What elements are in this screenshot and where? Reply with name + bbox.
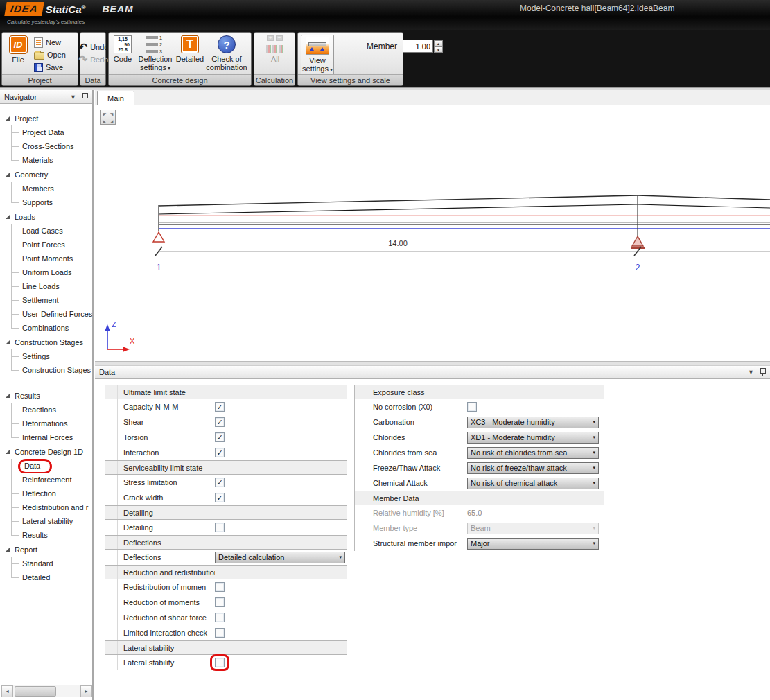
fit-arrow-icon: ◤ bbox=[103, 112, 107, 116]
pin-icon[interactable] bbox=[82, 93, 88, 101]
nav-item-project[interactable]: Project bbox=[4, 112, 92, 125]
nav-item-geometry[interactable]: Geometry bbox=[4, 168, 92, 182]
pin-icon[interactable] bbox=[760, 368, 766, 376]
row-label: Structural member impor bbox=[367, 539, 466, 548]
new-button[interactable]: New bbox=[34, 36, 66, 49]
deflection-settings-button[interactable]: 123 Deflection settings▾ bbox=[135, 35, 175, 73]
save-button[interactable]: Save bbox=[34, 61, 66, 73]
freeze-thaw-attack-dropdown[interactable]: No risk of freeze/thaw attack▾ bbox=[467, 462, 599, 474]
nav-item-concrete-design-1d-redistribution-and-r[interactable]: Redistribution and r bbox=[11, 500, 92, 514]
zoom-to-fit-button[interactable]: ◤◥◣◢ bbox=[100, 110, 116, 125]
member-scale-label: Member bbox=[367, 42, 397, 51]
nav-item-label: Members bbox=[22, 184, 54, 193]
calculate-all-button[interactable]: +− All bbox=[263, 35, 287, 63]
nav-item-project-materials[interactable]: Materials bbox=[11, 153, 92, 167]
nav-item-loads-uniform-loads[interactable]: Uniform Loads bbox=[11, 265, 92, 279]
nav-item-report-standard[interactable]: Standard bbox=[11, 557, 92, 570]
dimension-label: 14.00 bbox=[388, 239, 408, 247]
nav-item-construction-stages[interactable]: Construction Stages bbox=[4, 335, 92, 349]
new-document-icon bbox=[34, 37, 43, 48]
detailed-button[interactable]: T Detailed bbox=[175, 35, 204, 63]
scrollbar-thumb[interactable] bbox=[15, 686, 56, 697]
nav-item-project-cross-sections[interactable]: Cross-Sections bbox=[11, 139, 92, 153]
redistribution-of-momen-checkbox[interactable] bbox=[215, 582, 225, 592]
nav-item-loads-line-loads[interactable]: Line Loads bbox=[11, 279, 92, 293]
nav-item-construction-stages-settings[interactable]: Settings bbox=[11, 349, 92, 363]
torsion-checkbox[interactable]: ✓ bbox=[215, 432, 225, 442]
nav-item-results-reactions[interactable]: Reactions bbox=[11, 403, 92, 417]
support-2-icon bbox=[632, 236, 643, 246]
detailing-checkbox[interactable] bbox=[215, 523, 225, 532]
shear-checkbox[interactable]: ✓ bbox=[215, 417, 225, 427]
nav-item-concrete-design-1d-deflection[interactable]: Deflection bbox=[11, 487, 92, 500]
file-button[interactable]: ID File bbox=[6, 35, 30, 64]
nav-item-loads-settlement[interactable]: Settlement bbox=[11, 293, 92, 307]
chemical-attack-dropdown[interactable]: No risk of chemical attack▾ bbox=[467, 478, 599, 489]
beam-canvas[interactable]: 14.00 1 2 Z X ◤◥◣◢ bbox=[95, 105, 770, 361]
tree-expander-icon[interactable] bbox=[6, 547, 10, 552]
crack-width-checkbox[interactable]: ✓ bbox=[215, 493, 225, 502]
tree-expander-icon[interactable] bbox=[6, 393, 10, 398]
group-label-data: Data bbox=[80, 74, 105, 85]
nav-item-report-detailed[interactable]: Detailed bbox=[11, 570, 92, 584]
limited-interaction-check-checkbox[interactable] bbox=[215, 628, 225, 638]
tree-expander-icon[interactable] bbox=[6, 214, 10, 219]
navigator-horizontal-scrollbar[interactable]: ◄ ► bbox=[1, 685, 92, 697]
nav-item-loads-user-defined-forces[interactable]: User-Defined Forces bbox=[11, 307, 92, 321]
scroll-left-icon[interactable]: ◄ bbox=[1, 685, 13, 697]
no-corrosion-x0-checkbox[interactable] bbox=[467, 402, 477, 412]
nav-item-construction-stages-construction-stages[interactable]: Construction Stages bbox=[11, 363, 92, 377]
nav-item-geometry-members[interactable]: Members bbox=[11, 182, 92, 195]
nav-item-project-project-data[interactable]: Project Data bbox=[11, 125, 92, 139]
tree-expander-icon[interactable] bbox=[6, 116, 10, 121]
reduction-of-moments-checkbox[interactable] bbox=[215, 597, 225, 607]
row-label: Lateral stability bbox=[118, 658, 215, 667]
nav-item-concrete-design-1d[interactable]: Concrete Design 1D bbox=[4, 445, 92, 459]
tree-expander-icon[interactable] bbox=[6, 449, 10, 454]
spinner-down-icon[interactable]: ▼ bbox=[434, 46, 443, 53]
chevron-down-icon[interactable]: ▼ bbox=[748, 369, 754, 376]
lateral-stability-checkbox[interactable] bbox=[215, 658, 225, 667]
member-scale-input[interactable] bbox=[403, 40, 433, 53]
chlorides-from-sea-dropdown[interactable]: No risk of chlorides from sea▾ bbox=[467, 447, 599, 459]
nav-item-concrete-design-1d-results[interactable]: Results bbox=[11, 528, 92, 542]
nav-item-results-internal-forces[interactable]: Internal Forces bbox=[11, 430, 92, 444]
nav-item-label: Project bbox=[15, 114, 38, 123]
row-label: Deflections bbox=[118, 553, 215, 561]
nav-item-loads-combinations[interactable]: Combinations bbox=[11, 321, 92, 335]
nav-item-report[interactable]: Report bbox=[4, 543, 92, 557]
nav-item-loads-point-moments[interactable]: Point Moments bbox=[11, 252, 92, 265]
tree-expander-icon[interactable] bbox=[6, 340, 10, 344]
chlorides-dropdown[interactable]: XD1 - Moderate humidity▾ bbox=[467, 432, 599, 444]
table-row-redistribution-of-momen: Redistribution of momen bbox=[105, 579, 347, 595]
tree-expander-icon[interactable] bbox=[6, 172, 10, 177]
nav-item-concrete-design-1d-reinforcement[interactable]: Reinforcement bbox=[11, 473, 92, 487]
structural-member-impor-dropdown[interactable]: Major▾ bbox=[467, 538, 599, 550]
nav-item-loads-load-cases[interactable]: Load Cases bbox=[11, 224, 92, 238]
stress-limitation-checkbox[interactable]: ✓ bbox=[215, 478, 225, 487]
scroll-right-icon[interactable]: ► bbox=[80, 685, 92, 697]
section-header-deflections: Deflections bbox=[105, 535, 347, 550]
spinner-up-icon[interactable]: ▲ bbox=[434, 40, 443, 46]
nav-item-loads-point-forces[interactable]: Point Forces bbox=[11, 238, 92, 252]
code-button[interactable]: 1,159025.8 Code bbox=[111, 35, 134, 63]
nav-item-loads[interactable]: Loads bbox=[4, 210, 92, 224]
carbonation-dropdown[interactable]: XC3 - Moderate humidity▾ bbox=[467, 417, 599, 428]
nav-item-results-deformations[interactable]: Deformations bbox=[11, 417, 92, 430]
group-label-concrete-design: Concrete design bbox=[109, 74, 251, 85]
open-button[interactable]: Open bbox=[34, 49, 66, 61]
check-of-combination-button[interactable]: ? Check of combination bbox=[203, 35, 250, 71]
nav-item-geometry-supports[interactable]: Supports bbox=[11, 195, 92, 209]
deflections-dropdown[interactable]: Detailed calculation▾ bbox=[215, 552, 345, 563]
capacity-n-m-m-checkbox[interactable]: ✓ bbox=[215, 402, 225, 412]
member-type-dropdown[interactable]: Beam▾ bbox=[467, 523, 599, 534]
nav-item-concrete-design-1d-data[interactable]: Data bbox=[11, 459, 92, 473]
nav-item-concrete-design-1d-lateral-stability[interactable]: Lateral stability bbox=[11, 514, 92, 528]
view-settings-button[interactable]: View settings▾ bbox=[301, 35, 334, 76]
interaction-checkbox[interactable]: ✓ bbox=[215, 448, 225, 457]
nav-item-results[interactable]: Results bbox=[4, 389, 92, 403]
tab-main[interactable]: Main bbox=[97, 91, 134, 105]
row-label: Reduction of shear force bbox=[118, 613, 215, 622]
reduction-of-shear-force-checkbox[interactable] bbox=[215, 613, 225, 622]
chevron-down-icon[interactable]: ▼ bbox=[70, 94, 76, 100]
